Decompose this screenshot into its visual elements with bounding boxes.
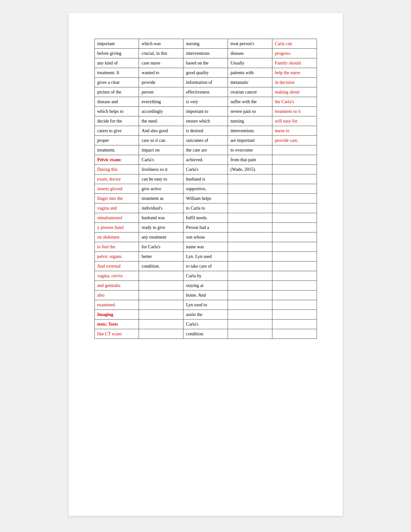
table-cell <box>228 261 272 271</box>
table-cell <box>228 232 272 242</box>
table-cell: interventions <box>228 126 272 136</box>
table-cell: effectiveness <box>183 87 228 97</box>
table-cell <box>139 329 183 339</box>
table-cell: will easy for <box>272 116 317 126</box>
table-cell: provide care. <box>272 136 317 145</box>
table-cell: liveliness so it <box>139 165 183 174</box>
table-cell: finger into the <box>94 194 139 203</box>
table-cell: Carla can <box>272 39 317 49</box>
table-cell: are important <box>228 136 272 145</box>
table-cell: condition. <box>139 261 183 271</box>
table-cell: good quality <box>183 68 228 78</box>
table-cell: vagina and <box>94 203 139 213</box>
table-cell: ready to give <box>139 223 183 232</box>
table-cell <box>272 232 317 242</box>
table-cell: nurse to <box>272 126 317 136</box>
table-cell <box>272 145 317 155</box>
table-cell <box>272 310 317 320</box>
table-cell: (Wade, 2015). <box>228 165 272 174</box>
table-cell: assist the <box>183 310 228 320</box>
table-cell: proper <box>94 136 139 145</box>
table-cell: making about <box>272 87 317 97</box>
table-cell: information of <box>183 78 228 87</box>
table-cell: treatment. <box>94 145 139 155</box>
table-cell: also <box>94 291 139 300</box>
table-cell <box>272 252 317 261</box>
table-cell: treatment as <box>139 194 183 203</box>
table-cell: wanted to <box>139 68 183 78</box>
table-cell <box>228 281 272 291</box>
table-cell: important <box>94 39 139 49</box>
table-cell: And also good <box>139 126 183 136</box>
table-cell: vagina, cervix <box>94 271 139 281</box>
table-cell: gives a clear <box>94 78 139 87</box>
table-cell: William helps <box>183 194 228 203</box>
table-cell: better <box>139 252 183 261</box>
table-cell: is very <box>183 97 228 107</box>
table-cell <box>272 291 317 300</box>
table-cell <box>272 165 317 174</box>
table-cell <box>272 155 317 165</box>
table-cell: to overcome <box>228 145 272 155</box>
table-cell <box>272 242 317 252</box>
table-cell: Person had a <box>183 223 228 232</box>
table-cell <box>139 310 183 320</box>
table-cell <box>272 261 317 271</box>
table-cell: staying at <box>183 281 228 291</box>
table-cell: person <box>139 87 183 97</box>
table-cell <box>139 320 183 329</box>
table-cell: treatment so it <box>272 107 317 116</box>
table-cell <box>272 320 317 329</box>
table-cell: which helps to <box>94 107 139 116</box>
table-cell <box>228 223 272 232</box>
table-cell: examined. <box>94 300 139 310</box>
table-cell: exam, doctor <box>94 174 139 184</box>
table-cell <box>272 174 317 184</box>
table-cell: is desired <box>183 126 228 136</box>
table-cell: inserts gloved <box>94 184 139 194</box>
table-cell: care so it can <box>139 136 183 145</box>
table-cell: treat person's <box>228 39 272 49</box>
table-cell: metastatic <box>228 78 272 87</box>
table-cell: carers to give <box>94 126 139 136</box>
table-cell: picture of the <box>94 87 139 97</box>
table-cell: Carla's <box>139 155 183 165</box>
table-cell: to take care of <box>183 261 228 271</box>
table-cell: accordingly <box>139 107 183 116</box>
table-cell <box>228 329 272 339</box>
table-cell: patients with <box>228 68 272 78</box>
table-cell <box>272 329 317 339</box>
table-cell: nursing <box>228 116 272 126</box>
table-cell: impact on <box>139 145 183 155</box>
table-cell <box>228 252 272 261</box>
page: importantwhich wasnursingtreat person'sC… <box>69 13 343 516</box>
table-cell: husband is <box>183 174 228 184</box>
table-cell: disease and <box>94 97 139 107</box>
table-cell: ensure which <box>183 116 228 126</box>
table-cell: in decision <box>272 78 317 87</box>
table-cell <box>272 300 317 310</box>
table-container: importantwhich wasnursingtreat person'sC… <box>94 39 317 339</box>
table-cell: achieved. <box>183 155 228 165</box>
table-cell <box>272 223 317 232</box>
table-cell: progress. <box>272 49 317 58</box>
table-cell: interventions <box>183 49 228 58</box>
table-cell <box>228 242 272 252</box>
table-cell: based on the <box>183 58 228 68</box>
table-cell: severe pain so <box>228 107 272 116</box>
table-cell: nursing <box>183 39 228 49</box>
table-cell <box>228 203 272 213</box>
table-cell <box>228 300 272 310</box>
table-cell: any kind of <box>94 58 139 68</box>
table-cell <box>139 271 183 281</box>
table-cell: before giving <box>94 49 139 58</box>
table-cell: Carla's <box>183 320 228 329</box>
table-cell: supportive, <box>183 184 228 194</box>
table-cell: son whose <box>183 232 228 242</box>
table-cell: can be easy to <box>139 174 183 184</box>
table-cell <box>139 300 183 310</box>
table-cell: Usually <box>228 58 272 68</box>
table-cell <box>272 213 317 223</box>
table-cell: the care are <box>183 145 228 155</box>
table-cell: Carla's <box>183 165 228 174</box>
